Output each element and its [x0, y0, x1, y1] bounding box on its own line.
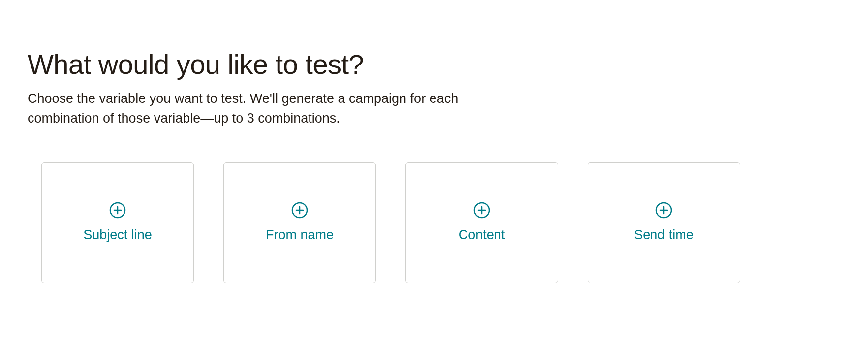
option-card-send-time[interactable]: Send time — [588, 162, 740, 283]
plus-circle-icon — [473, 202, 490, 219]
page-title: What would you like to test? — [28, 49, 840, 80]
option-card-subject-line[interactable]: Subject line — [41, 162, 194, 283]
options-row: Subject line From name Content — [28, 162, 840, 283]
option-card-content[interactable]: Content — [405, 162, 558, 283]
page-description: Choose the variable you want to test. We… — [28, 89, 520, 129]
option-label: Subject line — [83, 228, 152, 243]
option-label: Content — [459, 228, 505, 243]
plus-circle-icon — [291, 202, 308, 219]
plus-circle-icon — [655, 202, 672, 219]
option-card-from-name[interactable]: From name — [223, 162, 376, 283]
test-variable-selector: What would you like to test? Choose the … — [0, 0, 868, 283]
option-label: From name — [266, 228, 334, 243]
option-label: Send time — [634, 228, 694, 243]
plus-circle-icon — [109, 202, 126, 219]
